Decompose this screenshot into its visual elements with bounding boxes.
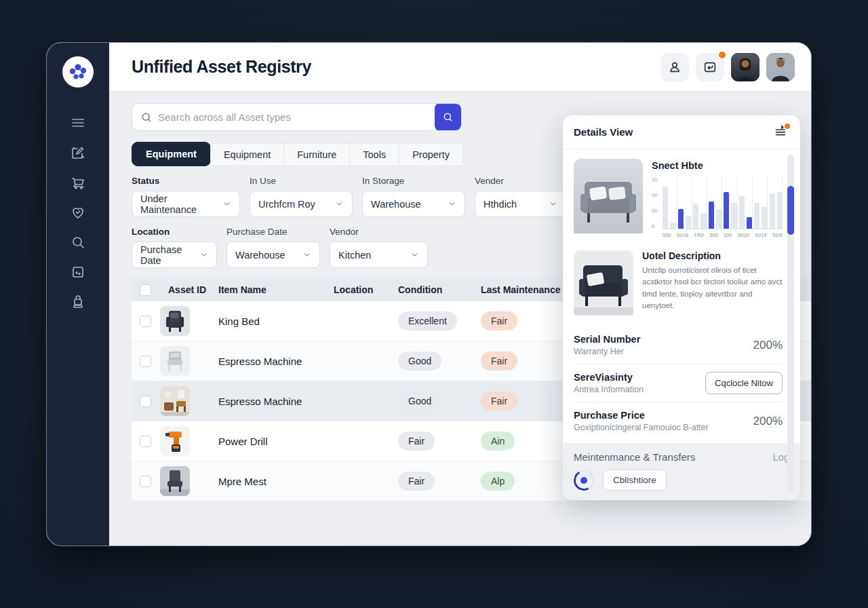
maintenance-badge: Fair [481, 311, 517, 330]
description-text: Uotel Description Untclip ourroticisrot … [642, 250, 783, 318]
tab-equipment-active[interactable]: Equipment [132, 142, 211, 166]
details-panel-header: Details View [563, 115, 800, 149]
x-tick: 200 [724, 232, 732, 238]
field-label: Purchase Price [574, 410, 709, 421]
panel-scrollbar-thumb[interactable] [787, 186, 794, 235]
column-header: Location [334, 284, 398, 295]
search-icon [442, 111, 454, 123]
sidebar-nav [70, 115, 86, 310]
edit-icon[interactable] [70, 145, 86, 161]
details-description-section: Uotel Description Untclip ourroticisrot … [574, 250, 783, 318]
footer-action-button[interactable]: Cblishtiore [603, 470, 667, 491]
field-purchase-price: Purchase Price Goxiptionicingeral Famoui… [574, 402, 783, 440]
select-value: Urchfcm Roy [258, 199, 315, 210]
asset-photo [574, 250, 633, 318]
condition-badge: Excellent [398, 311, 457, 330]
select-value: Purchase Date [140, 244, 194, 266]
filter-purchase-date: Purchase Date Warehouse [226, 227, 320, 268]
select-all-checkbox[interactable] [140, 284, 151, 296]
mini-chart: Snect Hbte 10 00 00 0 500 S018 TRD [652, 159, 783, 238]
chat-icon [703, 60, 717, 75]
status-select[interactable]: Under Maintenance [132, 191, 240, 217]
chevron-down-icon [410, 250, 419, 259]
search-icon [140, 111, 153, 124]
bag-icon[interactable] [70, 294, 86, 310]
filter-label: Purchase Date [226, 227, 320, 237]
row-checkbox[interactable] [140, 476, 151, 487]
tab-furniture[interactable]: Furniture [283, 143, 350, 166]
search-input[interactable] [158, 111, 435, 123]
asset-thumbnail [160, 346, 190, 376]
vender-select[interactable]: Hthdich [475, 191, 566, 217]
details-panel-title: Details View [574, 126, 633, 138]
avatar[interactable] [731, 53, 760, 81]
column-header: Item Name [218, 284, 334, 295]
row-checkbox[interactable] [140, 396, 151, 407]
condition-badge: Good [398, 392, 441, 411]
asset-thumbnail [160, 466, 190, 496]
app-logo[interactable] [62, 56, 94, 88]
filter-vendor: Vendor Kitchen [330, 227, 428, 268]
item-name: King Bed [218, 316, 334, 327]
chart-y-axis: 10 00 00 0 [652, 176, 663, 229]
camera-icon[interactable] [70, 264, 86, 280]
field-warranty: SereViasinty Antrea Information Cqclocle… [574, 364, 783, 402]
condition-badge: Good [398, 352, 441, 370]
chart-bar [777, 192, 783, 229]
maintenance-footer: Meintenmance & Transfers Log Cblishtiore [563, 443, 800, 500]
select-value: Warehouse [371, 199, 421, 210]
avatar[interactable] [766, 53, 795, 81]
purchase-date-select[interactable]: Warehouse [226, 242, 320, 268]
cart-icon[interactable] [70, 174, 86, 191]
chart-bars [663, 176, 783, 229]
description-title: Uotel Description [642, 250, 783, 261]
sort-lines-icon[interactable] [773, 124, 789, 140]
tab-equipment[interactable]: Equipment [210, 143, 284, 166]
filter-label: In Storage [362, 176, 465, 186]
select-value: Hthdich [484, 199, 517, 210]
chart-bar [686, 216, 691, 229]
chat-button[interactable] [696, 53, 724, 81]
x-tick: 500 [709, 232, 718, 238]
filter-label: Vender [475, 176, 566, 186]
tab-tools[interactable]: Tools [349, 143, 399, 166]
field-label: SereViasinty [574, 372, 644, 383]
chevron-down-icon [199, 250, 208, 259]
chart-bar [670, 223, 675, 229]
y-tick: 00 [652, 208, 663, 214]
asset-thumbnail [160, 386, 190, 416]
app-header: Unfified Asset Registry [109, 43, 812, 92]
chart-bar [693, 204, 698, 229]
maintenance-badge: Alp [481, 472, 515, 491]
chart-bar [709, 202, 714, 229]
in-use-select[interactable]: Urchfcm Roy [250, 191, 353, 217]
row-checkbox[interactable] [140, 316, 151, 327]
chart-bar [701, 213, 706, 229]
search-submit-button[interactable] [435, 103, 461, 131]
location-select[interactable]: Purchase Date [132, 242, 217, 268]
select-value: Warehouse [235, 250, 285, 261]
tab-property[interactable]: Property [399, 143, 463, 166]
row-checkbox[interactable] [140, 436, 151, 447]
gray-sofa-image [574, 159, 643, 233]
maintenance-badge: Ain [481, 432, 515, 451]
menu-icon[interactable] [70, 115, 86, 131]
avatar-man-photo [766, 53, 795, 81]
heart-icon[interactable] [70, 204, 86, 221]
x-tick: S019 [755, 232, 767, 238]
row-checkbox[interactable] [140, 356, 151, 367]
dark-sofa-image [574, 250, 633, 316]
chart-bar [716, 209, 722, 229]
filter-location: Location Purchase Date [132, 227, 217, 268]
field-action-button[interactable]: Cqclocle Nitow [705, 372, 783, 394]
details-panel: Details View [563, 115, 800, 500]
page-title: Unfified Asset Registry [132, 57, 311, 77]
logo-cluster-icon [68, 62, 88, 82]
vendor-select[interactable]: Kitchen [330, 242, 428, 268]
details-panel-body: Snect Hbte 10 00 00 0 500 S018 TRD [563, 149, 800, 440]
chart-area: 10 00 00 0 [652, 176, 783, 229]
filter-status: Status Under Maintenance [132, 176, 240, 217]
search-icon[interactable] [70, 234, 86, 250]
user-button[interactable] [660, 53, 689, 81]
in-storage-select[interactable]: Warehouse [362, 191, 465, 217]
